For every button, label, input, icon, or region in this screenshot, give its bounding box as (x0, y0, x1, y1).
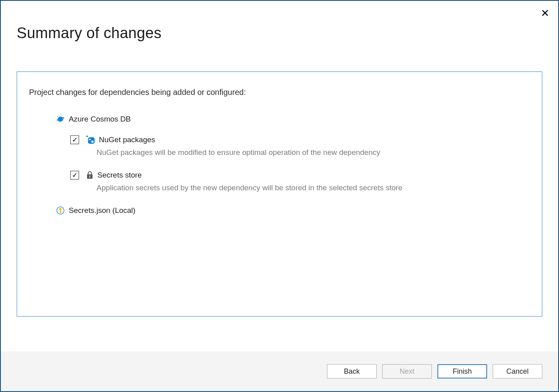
svg-point-3 (63, 117, 64, 118)
change-item-secrets-store: ✓ Secrets store (70, 171, 530, 180)
svg-rect-12 (60, 210, 61, 213)
secrets-json-label: Secrets.json (Local) (69, 206, 135, 215)
intro-text: Project changes for dependencies being a… (29, 88, 530, 97)
svg-point-7 (86, 135, 88, 137)
tree-item-cosmos: Azure Cosmos DB (56, 115, 530, 124)
change-item-nuget: ✓ NuGet packages (70, 135, 530, 144)
page-title: Summary of changes (17, 25, 558, 42)
nuget-description: NuGet packages will be modified to ensur… (97, 148, 530, 157)
close-icon[interactable]: ✕ (541, 8, 549, 18)
cancel-button[interactable]: Cancel (493, 364, 542, 378)
next-button: Next (382, 364, 432, 378)
secrets-store-label: Secrets store (97, 171, 142, 180)
secrets-store-checkbox[interactable]: ✓ (70, 171, 79, 180)
nuget-label: NuGet packages (99, 135, 155, 144)
secrets-store-description: Application secrets used by the new depe… (97, 183, 530, 192)
finish-button[interactable]: Finish (437, 364, 487, 378)
back-button[interactable]: Back (327, 364, 377, 378)
tree-item-label: Azure Cosmos DB (69, 115, 131, 124)
tree-item-secrets-json: Secrets.json (Local) (56, 206, 530, 215)
changes-panel: Project changes for dependencies being a… (17, 71, 542, 317)
lock-icon (86, 171, 93, 179)
svg-rect-9 (89, 176, 90, 178)
nuget-checkbox[interactable]: ✓ (70, 135, 79, 144)
svg-rect-4 (88, 137, 95, 144)
svg-point-2 (57, 116, 58, 117)
svg-rect-13 (60, 212, 62, 212)
nuget-icon (86, 135, 95, 144)
cosmos-db-icon (56, 115, 65, 124)
key-icon (56, 206, 65, 215)
dialog-footer: Back Next Finish Cancel (1, 351, 558, 391)
svg-point-5 (89, 139, 91, 140)
svg-point-6 (91, 141, 94, 143)
